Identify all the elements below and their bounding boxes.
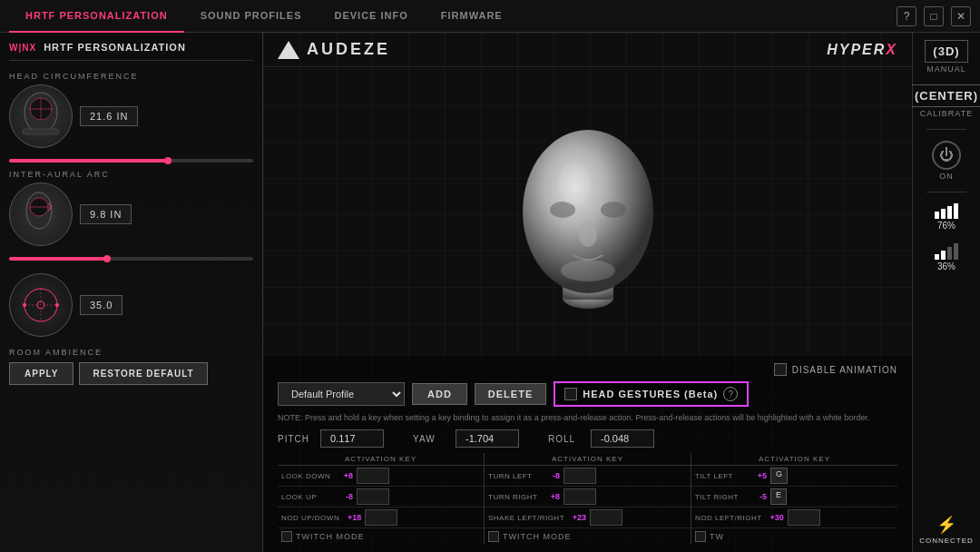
audeze-logo: AUDEZE — [278, 40, 390, 59]
activation-col-3: ACTIVATION KEY TILT LEFT +5 G TILT RIGHT… — [691, 453, 897, 545]
nod-lr-val: +30 — [766, 513, 784, 522]
inter-aural-slider[interactable] — [9, 257, 253, 261]
twitch-checkbox-1[interactable] — [281, 531, 292, 542]
controls-area: DISABLE ANIMATION Default Profile ADD DE… — [263, 356, 912, 552]
svg-point-18 — [601, 202, 626, 218]
hyperx-logo: HYPERX — [827, 42, 897, 58]
delete-button[interactable]: DELETE — [475, 383, 546, 405]
turn-right-input[interactable] — [564, 488, 596, 505]
svg-point-21 — [558, 163, 591, 206]
add-button[interactable]: ADD — [412, 383, 467, 405]
battery-percentage: 76% — [937, 221, 956, 231]
act-shake: SHAKE LEFT/RIGHT +23 — [485, 508, 691, 528]
head-circumference-label: HEAD CIRCUMFERENCE — [9, 72, 253, 81]
inter-aural-label: INTER-AURAL ARC — [9, 170, 253, 179]
close-icon[interactable]: ✕ — [951, 6, 971, 26]
act-look-down: LOOK DOWN +8 — [278, 466, 484, 487]
center-button-box[interactable]: (CENTER) — [906, 84, 980, 107]
inter-aural-value[interactable]: 9.8 IN — [80, 204, 132, 224]
tab-sound-profiles[interactable]: SOUND PROFILES — [184, 0, 318, 33]
inter-aural-row: 9.8 IN — [9, 182, 253, 246]
head-gestures-help-icon[interactable]: ? — [723, 387, 738, 401]
3d-button-box[interactable]: (3D) — [925, 40, 967, 63]
roll-label: ROLL — [548, 434, 580, 444]
center-button[interactable]: (CENTER) CALIBRATE — [906, 84, 980, 118]
nod-lr-input[interactable] — [788, 509, 820, 526]
pitch-value[interactable]: 0.117 — [320, 429, 384, 448]
panel-title: HRTF PERSONALIZATION — [44, 42, 186, 53]
shake-input[interactable] — [590, 509, 622, 526]
signal-bars — [935, 242, 958, 260]
twitch-col3: TW — [691, 528, 897, 545]
usb-icon: ⚡ — [936, 515, 956, 535]
turn-left-input[interactable] — [564, 468, 596, 484]
svg-rect-4 — [23, 129, 59, 134]
tab-device-info[interactable]: DEVICE INFO — [318, 0, 424, 33]
disable-animation-label: DISABLE ANIMATION — [792, 365, 897, 375]
head-gestures-label: HEAD GESTURES (Beta) — [583, 389, 718, 399]
bottom-buttons: APPLY RESTORE DEFAULT — [9, 362, 253, 385]
profile-select[interactable]: Default Profile — [278, 382, 405, 406]
head-gestures-checkbox[interactable] — [564, 388, 577, 400]
window-icon[interactable]: □ — [924, 6, 944, 26]
battery-bar-3 — [947, 206, 952, 219]
look-up-input[interactable] — [357, 488, 389, 505]
svg-point-12 — [23, 303, 26, 307]
twitch-col2: TWITCH MODE — [485, 528, 691, 545]
yaw-value[interactable]: -1.704 — [456, 429, 519, 448]
head-side-icon — [9, 182, 73, 246]
act-turn-right: TURN RIGHT +8 — [485, 487, 691, 508]
roll-value[interactable]: -0.048 — [591, 429, 654, 448]
main-layout: W|NX HRTF PERSONALIZATION HEAD CIRCUMFER… — [0, 33, 980, 552]
nod-updown-label: NOD UP/DOWN — [281, 514, 339, 522]
tab-firmware[interactable]: FIRMWARE — [425, 0, 519, 33]
signal-bar-2 — [941, 251, 946, 260]
twitch-checkbox-2[interactable] — [488, 531, 499, 542]
twitch-label-1: TWITCH MODE — [296, 532, 365, 541]
battery-bar-2 — [941, 209, 946, 219]
head-circumference-slider[interactable] — [9, 159, 253, 163]
signal-area: 36% — [935, 242, 958, 271]
pinna-value[interactable]: 35.0 — [80, 295, 122, 315]
tilt-right-val: -5 — [749, 492, 767, 501]
tilt-right-key[interactable]: E — [770, 488, 787, 505]
restore-default-button[interactable]: RESTORE DEFAULT — [79, 362, 207, 385]
sidebar-divider-2 — [926, 192, 966, 192]
act-col-2-header: ACTIVATION KEY — [485, 453, 691, 466]
act-nod-updown: NOD UP/DOWN +18 — [278, 508, 484, 528]
3d-button[interactable]: (3D) MANUAL — [925, 40, 967, 74]
center-button-label: CALIBRATE — [920, 109, 973, 118]
shake-label: SHAKE LEFT/RIGHT — [488, 514, 564, 522]
pinna-row: 35.0 — [9, 273, 253, 337]
right-sidebar: (3D) MANUAL (CENTER) CALIBRATE ⏻ ON — [912, 33, 980, 552]
turn-left-val: -8 — [542, 471, 560, 480]
tilt-left-key[interactable]: G — [770, 468, 788, 484]
turn-left-label: TURN LEFT — [488, 472, 538, 480]
svg-point-20 — [561, 260, 615, 281]
activation-keys-section: ACTIVATION KEY LOOK DOWN +8 LOOK UP -8 N… — [278, 453, 897, 545]
activation-col-2: ACTIVATION KEY TURN LEFT -8 TURN RIGHT +… — [485, 453, 691, 545]
act-tilt-right: TILT RIGHT -5 E — [691, 487, 897, 508]
look-down-input[interactable] — [357, 468, 389, 484]
connected-text: CONNECTED — [919, 537, 974, 545]
on-label: ON — [939, 172, 954, 181]
turn-right-val: +8 — [542, 492, 560, 501]
disable-animation-checkbox[interactable] — [774, 363, 787, 376]
head-circumference-value[interactable]: 21.6 IN — [80, 106, 138, 126]
battery-bar-4 — [954, 203, 958, 219]
panel-header: W|NX HRTF PERSONALIZATION — [9, 42, 253, 61]
tab-hrtf[interactable]: HRTF PERSONALIZATION — [9, 0, 184, 33]
nod-updown-input[interactable] — [365, 509, 397, 526]
power-button[interactable]: ⏻ — [932, 141, 961, 170]
act-nod-lr: NOD LEFT/RIGHT +30 — [691, 508, 897, 528]
head-circumference-row: 21.6 IN — [9, 84, 253, 148]
look-up-val: -8 — [335, 492, 353, 501]
svg-point-19 — [579, 222, 597, 247]
head-3d-model — [497, 103, 679, 320]
center-top-bar: AUDEZE HYPERX — [263, 33, 912, 67]
profile-row: Default Profile ADD DELETE HEAD GESTURES… — [278, 381, 897, 407]
apply-button[interactable]: APPLY — [9, 362, 74, 385]
twitch-checkbox-3[interactable] — [695, 531, 706, 542]
help-icon[interactable]: ? — [897, 6, 916, 26]
audeze-triangle-icon — [278, 41, 299, 59]
